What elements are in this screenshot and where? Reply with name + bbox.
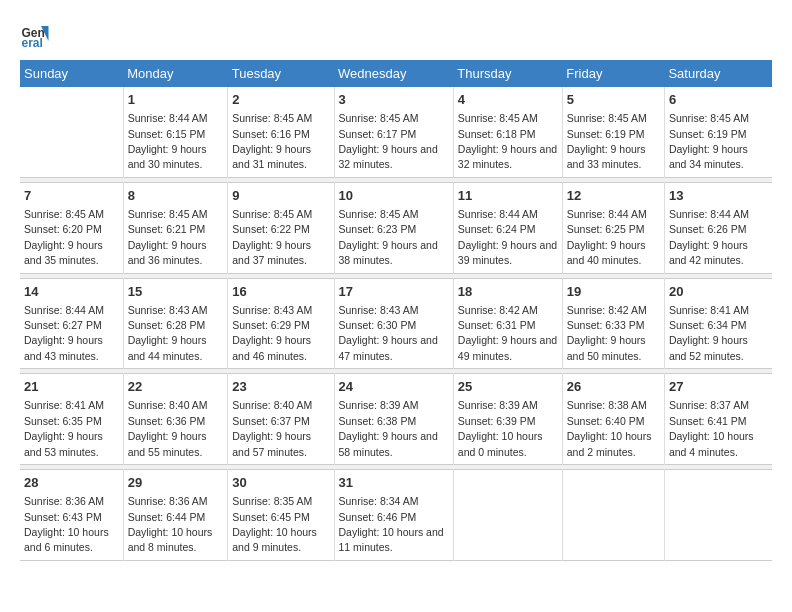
week-row-5: 28Sunrise: 8:36 AMSunset: 6:43 PMDayligh… — [20, 470, 772, 561]
calendar-cell: 20Sunrise: 8:41 AMSunset: 6:34 PMDayligh… — [664, 278, 772, 369]
svg-text:eral: eral — [22, 36, 43, 50]
daylight-text: Daylight: 9 hours and 52 minutes. — [669, 334, 748, 361]
sunrise-text: Sunrise: 8:40 AM — [232, 399, 312, 411]
daylight-text: Daylight: 9 hours and 38 minutes. — [339, 239, 438, 266]
sunset-text: Sunset: 6:40 PM — [567, 415, 645, 427]
sunset-text: Sunset: 6:22 PM — [232, 223, 310, 235]
day-number: 31 — [339, 474, 449, 492]
col-header-wednesday: Wednesday — [334, 60, 453, 87]
sunset-text: Sunset: 6:35 PM — [24, 415, 102, 427]
calendar-cell: 16Sunrise: 8:43 AMSunset: 6:29 PMDayligh… — [228, 278, 334, 369]
sunrise-text: Sunrise: 8:45 AM — [458, 112, 538, 124]
sunrise-text: Sunrise: 8:45 AM — [339, 112, 419, 124]
sunrise-text: Sunrise: 8:37 AM — [669, 399, 749, 411]
sunset-text: Sunset: 6:46 PM — [339, 511, 417, 523]
sunrise-text: Sunrise: 8:39 AM — [458, 399, 538, 411]
day-number: 4 — [458, 91, 558, 109]
sunrise-text: Sunrise: 8:44 AM — [128, 112, 208, 124]
calendar-header-row: SundayMondayTuesdayWednesdayThursdayFrid… — [20, 60, 772, 87]
day-number: 11 — [458, 187, 558, 205]
sunrise-text: Sunrise: 8:42 AM — [458, 304, 538, 316]
daylight-text: Daylight: 10 hours and 11 minutes. — [339, 526, 444, 553]
sunrise-text: Sunrise: 8:36 AM — [128, 495, 208, 507]
sunset-text: Sunset: 6:19 PM — [567, 128, 645, 140]
week-row-1: 1Sunrise: 8:44 AMSunset: 6:15 PMDaylight… — [20, 87, 772, 177]
day-number: 10 — [339, 187, 449, 205]
daylight-text: Daylight: 9 hours and 35 minutes. — [24, 239, 103, 266]
calendar-cell: 22Sunrise: 8:40 AMSunset: 6:36 PMDayligh… — [123, 374, 228, 465]
daylight-text: Daylight: 9 hours and 50 minutes. — [567, 334, 646, 361]
sunrise-text: Sunrise: 8:41 AM — [669, 304, 749, 316]
sunrise-text: Sunrise: 8:38 AM — [567, 399, 647, 411]
day-number: 22 — [128, 378, 224, 396]
calendar-cell: 2Sunrise: 8:45 AMSunset: 6:16 PMDaylight… — [228, 87, 334, 177]
sunrise-text: Sunrise: 8:45 AM — [339, 208, 419, 220]
day-number: 17 — [339, 283, 449, 301]
daylight-text: Daylight: 9 hours and 43 minutes. — [24, 334, 103, 361]
sunrise-text: Sunrise: 8:44 AM — [669, 208, 749, 220]
calendar-cell: 4Sunrise: 8:45 AMSunset: 6:18 PMDaylight… — [453, 87, 562, 177]
sunset-text: Sunset: 6:15 PM — [128, 128, 206, 140]
day-number: 16 — [232, 283, 329, 301]
day-number: 21 — [24, 378, 119, 396]
day-number: 6 — [669, 91, 768, 109]
calendar-cell: 26Sunrise: 8:38 AMSunset: 6:40 PMDayligh… — [562, 374, 664, 465]
calendar-cell — [664, 470, 772, 561]
daylight-text: Daylight: 9 hours and 40 minutes. — [567, 239, 646, 266]
sunrise-text: Sunrise: 8:43 AM — [128, 304, 208, 316]
calendar-cell: 8Sunrise: 8:45 AMSunset: 6:21 PMDaylight… — [123, 182, 228, 273]
calendar-cell: 13Sunrise: 8:44 AMSunset: 6:26 PMDayligh… — [664, 182, 772, 273]
sunrise-text: Sunrise: 8:45 AM — [232, 112, 312, 124]
calendar-cell: 28Sunrise: 8:36 AMSunset: 6:43 PMDayligh… — [20, 470, 123, 561]
calendar-cell: 3Sunrise: 8:45 AMSunset: 6:17 PMDaylight… — [334, 87, 453, 177]
calendar-cell: 6Sunrise: 8:45 AMSunset: 6:19 PMDaylight… — [664, 87, 772, 177]
calendar-cell — [453, 470, 562, 561]
col-header-friday: Friday — [562, 60, 664, 87]
sunset-text: Sunset: 6:24 PM — [458, 223, 536, 235]
sunrise-text: Sunrise: 8:36 AM — [24, 495, 104, 507]
daylight-text: Daylight: 9 hours and 53 minutes. — [24, 430, 103, 457]
daylight-text: Daylight: 9 hours and 37 minutes. — [232, 239, 311, 266]
sunrise-text: Sunrise: 8:44 AM — [567, 208, 647, 220]
sunset-text: Sunset: 6:21 PM — [128, 223, 206, 235]
day-number: 8 — [128, 187, 224, 205]
daylight-text: Daylight: 9 hours and 49 minutes. — [458, 334, 557, 361]
calendar-cell: 21Sunrise: 8:41 AMSunset: 6:35 PMDayligh… — [20, 374, 123, 465]
day-number: 29 — [128, 474, 224, 492]
calendar-cell: 19Sunrise: 8:42 AMSunset: 6:33 PMDayligh… — [562, 278, 664, 369]
day-number: 5 — [567, 91, 660, 109]
sunset-text: Sunset: 6:17 PM — [339, 128, 417, 140]
sunset-text: Sunset: 6:37 PM — [232, 415, 310, 427]
col-header-tuesday: Tuesday — [228, 60, 334, 87]
sunset-text: Sunset: 6:45 PM — [232, 511, 310, 523]
col-header-sunday: Sunday — [20, 60, 123, 87]
calendar-cell: 15Sunrise: 8:43 AMSunset: 6:28 PMDayligh… — [123, 278, 228, 369]
sunset-text: Sunset: 6:36 PM — [128, 415, 206, 427]
sunrise-text: Sunrise: 8:43 AM — [339, 304, 419, 316]
sunset-text: Sunset: 6:28 PM — [128, 319, 206, 331]
sunrise-text: Sunrise: 8:45 AM — [669, 112, 749, 124]
day-number: 1 — [128, 91, 224, 109]
sunset-text: Sunset: 6:25 PM — [567, 223, 645, 235]
day-number: 28 — [24, 474, 119, 492]
calendar-cell: 9Sunrise: 8:45 AMSunset: 6:22 PMDaylight… — [228, 182, 334, 273]
sunrise-text: Sunrise: 8:39 AM — [339, 399, 419, 411]
day-number: 24 — [339, 378, 449, 396]
day-number: 18 — [458, 283, 558, 301]
sunset-text: Sunset: 6:31 PM — [458, 319, 536, 331]
day-number: 19 — [567, 283, 660, 301]
logo: Gen eral — [20, 20, 54, 50]
sunset-text: Sunset: 6:23 PM — [339, 223, 417, 235]
calendar-cell: 31Sunrise: 8:34 AMSunset: 6:46 PMDayligh… — [334, 470, 453, 561]
calendar-cell: 23Sunrise: 8:40 AMSunset: 6:37 PMDayligh… — [228, 374, 334, 465]
daylight-text: Daylight: 10 hours and 6 minutes. — [24, 526, 109, 553]
logo-icon: Gen eral — [20, 20, 50, 50]
sunrise-text: Sunrise: 8:35 AM — [232, 495, 312, 507]
daylight-text: Daylight: 9 hours and 31 minutes. — [232, 143, 311, 170]
calendar-cell: 24Sunrise: 8:39 AMSunset: 6:38 PMDayligh… — [334, 374, 453, 465]
daylight-text: Daylight: 10 hours and 8 minutes. — [128, 526, 213, 553]
daylight-text: Daylight: 9 hours and 32 minutes. — [458, 143, 557, 170]
sunrise-text: Sunrise: 8:44 AM — [458, 208, 538, 220]
sunrise-text: Sunrise: 8:45 AM — [567, 112, 647, 124]
daylight-text: Daylight: 9 hours and 58 minutes. — [339, 430, 438, 457]
